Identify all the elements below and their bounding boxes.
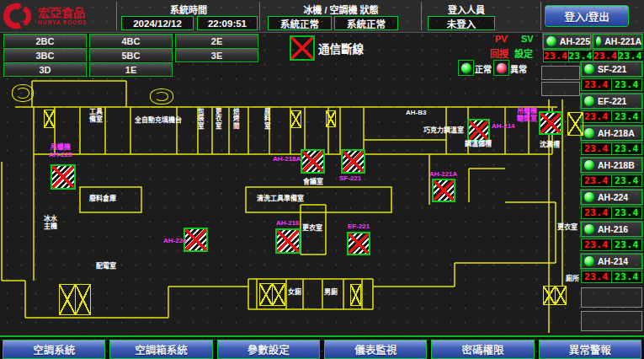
map-room-label: 清洗工具準備室 [257, 196, 304, 203]
map-room-label: 烘烤間 [232, 108, 238, 130]
map-unit-label: 吊蠟機 糖漿室 [517, 108, 537, 123]
map-room-label: 工具 備室 [89, 109, 103, 124]
floor-plan-layer: 吊蠟機 AH-225AH-218ASF-221AH-214吊蠟機 糖漿室AH-2… [0, 0, 644, 359]
map-room-label: 調溫儲槽 [465, 141, 492, 148]
map-unit-label: AH-218A [273, 156, 301, 163]
stairs-icon [59, 284, 91, 315]
map-room-label: 更衣室 [557, 224, 577, 232]
spiral-stair-icon [150, 88, 173, 104]
disconnected-unit-icon[interactable] [184, 228, 208, 252]
disconnected-unit-icon[interactable] [347, 232, 370, 255]
map-unit-label: AH-216 [276, 220, 300, 228]
map-unit-label: EF-221 [348, 223, 370, 231]
disconnected-unit-icon[interactable] [301, 149, 325, 174]
disconnected-unit-icon[interactable] [275, 228, 301, 254]
disconnected-unit-icon[interactable] [539, 111, 562, 135]
map-room-label: 男廁 [324, 289, 338, 297]
map-room-label: 冰水 主機 [44, 216, 57, 231]
map-room-label: 包裝室 [196, 108, 203, 130]
stairs-icon [567, 112, 583, 136]
disconnected-unit-icon[interactable] [467, 119, 490, 142]
map-room-label: 沈澱槽 [540, 142, 560, 149]
stairs-icon [350, 284, 361, 306]
map-room-label: 會議室 [303, 179, 323, 186]
stairs-icon [543, 286, 567, 305]
hmi-screen: 吊蠟機 AH-225AH-218ASF-221AH-214吊蠟機 糖漿室AH-2… [0, 0, 644, 359]
map-unit-label: SF-221 [339, 175, 361, 183]
map-room-label: AH-B3 [406, 110, 426, 117]
map-room-label: 全自動充填機台 [135, 117, 182, 125]
disconnected-unit-icon[interactable] [51, 164, 76, 190]
spiral-stair-icon [12, 84, 34, 102]
map-unit-label: 吊蠟機 AH-225 [49, 144, 72, 159]
disconnected-unit-icon[interactable] [432, 179, 455, 202]
map-unit-label: AH-224 [163, 238, 187, 245]
stairs-icon [290, 110, 301, 128]
map-room-label: 廢料倉庫 [89, 196, 116, 203]
map-room-label: 女廁 [288, 289, 301, 297]
map-room-label: 巧克力調溫室 [423, 127, 464, 135]
stairs-icon [326, 110, 336, 127]
map-room-label: 原料室 [263, 108, 269, 130]
map-room-label: 廁所 [566, 276, 579, 283]
map-room-label: 更衣室 [302, 225, 322, 233]
map-room-label: 更衣室 [214, 108, 221, 130]
map-unit-label: AH-214 [492, 123, 515, 131]
disconnected-unit-icon[interactable] [341, 149, 365, 174]
map-room-label: 配電室 [96, 263, 116, 271]
stairs-icon [44, 110, 55, 128]
map-unit-label: AH-221A [429, 171, 457, 179]
stairs-icon [259, 283, 285, 306]
